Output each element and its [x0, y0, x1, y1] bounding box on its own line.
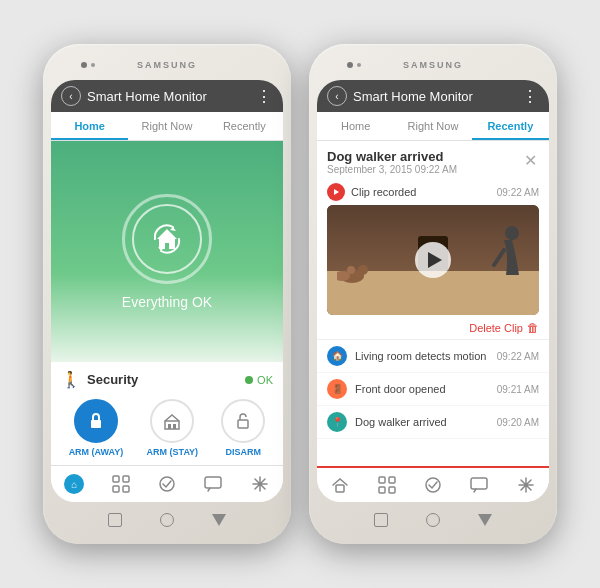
play-triangle-icon: [428, 252, 442, 268]
nav-star-1[interactable]: [237, 470, 283, 498]
status-inner-circle: [132, 204, 202, 274]
grid-nav-2-icon: [378, 476, 396, 494]
svg-rect-8: [123, 476, 129, 482]
event-header: Dog walker arrived September 3, 2015 09:…: [317, 141, 549, 179]
svg-rect-25: [471, 478, 487, 489]
svg-point-11: [160, 477, 174, 491]
star-nav-2-icon: [517, 476, 535, 494]
svg-marker-0: [170, 227, 176, 231]
phone-2-brand: SAMSUNG: [403, 60, 463, 70]
svg-rect-2: [91, 420, 101, 428]
nav-grid-2[interactable]: [363, 472, 409, 498]
ok-label: OK: [257, 374, 273, 386]
phone-2: SAMSUNG ‹ Smart Home Monitor ⋮ Home Righ…: [309, 44, 557, 544]
clip-label: Clip recorded: [351, 186, 491, 198]
back-hw-2-icon: [374, 513, 388, 527]
status-circle: [122, 194, 212, 284]
nav-chat-2[interactable]: [456, 472, 502, 498]
phone-1-bottom-nav: ⌂: [51, 465, 283, 502]
nav-check-2[interactable]: [410, 472, 456, 498]
event-item-2: 📍 Dog walker arrived 09:20 AM: [317, 406, 549, 439]
security-walk-icon: 🚶: [61, 370, 81, 389]
phone-2-more-button[interactable]: ⋮: [522, 87, 539, 106]
disarm-icon-wrap: [221, 399, 265, 443]
event-text-1: Front door opened: [355, 383, 489, 395]
phone-2-back-button[interactable]: ‹: [327, 86, 347, 106]
phone-1-top-bar: SAMSUNG: [51, 54, 283, 76]
clip-time: 09:22 AM: [497, 187, 539, 198]
security-section: 🚶 Security OK: [51, 362, 283, 465]
phone-1-brand: SAMSUNG: [137, 60, 197, 70]
svg-point-16: [358, 265, 368, 275]
nav-check-1[interactable]: [144, 470, 190, 498]
phone-1-screen: ‹ Smart Home Monitor ⋮ Home Right Now Re…: [51, 80, 283, 502]
home-hw-icon: [160, 513, 174, 527]
arm-stay-icon-wrap: [150, 399, 194, 443]
svg-rect-9: [113, 486, 119, 492]
svg-rect-4: [168, 424, 171, 429]
dogs-silhouette: [337, 260, 372, 285]
svg-rect-6: [238, 420, 248, 428]
tab-rightnow-2[interactable]: Right Now: [394, 112, 471, 140]
chat-nav-icon: [204, 475, 222, 493]
security-buttons: ARM (AWAY) ARM (STAY): [61, 399, 273, 457]
tab-rightnow-1[interactable]: Right Now: [128, 112, 205, 140]
phone-2-home-hw[interactable]: [419, 506, 447, 534]
nav-home-1[interactable]: ⌂: [51, 470, 97, 498]
tab-home-2[interactable]: Home: [317, 112, 394, 140]
phone-2-back-hw[interactable]: [367, 506, 395, 534]
nav-chat-1[interactable]: [190, 470, 236, 498]
nav-home-2[interactable]: [317, 472, 363, 498]
svg-rect-12: [205, 477, 221, 488]
arm-away-button[interactable]: ARM (AWAY): [69, 399, 124, 457]
building-icon: [162, 411, 182, 431]
delete-row: Delete Clip 🗑: [317, 319, 549, 339]
ok-badge: OK: [245, 374, 273, 386]
event-list: 🏠 Living room detects motion 09:22 AM 🚪 …: [317, 339, 549, 439]
event-close-button[interactable]: ✕: [522, 149, 539, 172]
tab-recently-1[interactable]: Recently: [206, 112, 283, 140]
phone-1-home-hw[interactable]: [153, 506, 181, 534]
back-hw-icon: [108, 513, 122, 527]
phone-2-screen: ‹ Smart Home Monitor ⋮ Home Right Now Re…: [317, 80, 549, 502]
phone-2-bottom-bar: [317, 506, 549, 534]
event-text-0: Living room detects motion: [355, 350, 489, 362]
grid-nav-icon: [112, 475, 130, 493]
arm-stay-button[interactable]: ARM (STAY): [147, 399, 199, 457]
video-thumbnail[interactable]: [327, 205, 539, 315]
disarm-label: DISARM: [226, 447, 262, 457]
check-nav-icon: [158, 475, 176, 493]
phone-1-bottom-bar: [51, 506, 283, 534]
delete-clip-button[interactable]: Delete Clip: [469, 322, 523, 334]
star-nav-icon: [251, 475, 269, 493]
phone-1-back-button[interactable]: ‹: [61, 86, 81, 106]
tab-home-1[interactable]: Home: [51, 112, 128, 140]
svg-point-14: [505, 226, 519, 240]
event-item-0: 🏠 Living room detects motion 09:22 AM: [317, 340, 549, 373]
phone-2-recent-hw[interactable]: [471, 506, 499, 534]
home-status-area: Everything OK: [51, 141, 283, 362]
phone-2-bottom-nav: [317, 466, 549, 502]
home-nav-2-icon: [331, 476, 349, 494]
ok-dot: [245, 376, 253, 384]
home-status-icon: [149, 221, 185, 257]
tab-recently-2[interactable]: Recently: [472, 112, 549, 140]
svg-rect-20: [379, 477, 385, 483]
svg-rect-21: [389, 477, 395, 483]
disarm-button[interactable]: DISARM: [221, 399, 265, 457]
trash-icon[interactable]: 🗑: [527, 321, 539, 335]
nav-grid-1[interactable]: [97, 470, 143, 498]
chat-nav-2-icon: [470, 476, 488, 494]
phone-1-back-hw[interactable]: [101, 506, 129, 534]
event-time-1: 09:21 AM: [497, 384, 539, 395]
nav-star-2[interactable]: [503, 472, 549, 498]
phone-1-more-button[interactable]: ⋮: [256, 87, 273, 106]
phone-1-recent-hw[interactable]: [205, 506, 233, 534]
phone-1-app-title: Smart Home Monitor: [87, 89, 250, 104]
event-time-0: 09:22 AM: [497, 351, 539, 362]
play-button[interactable]: [415, 242, 451, 278]
phone-1-speaker: [91, 63, 95, 67]
arm-away-icon-wrap: [74, 399, 118, 443]
svg-point-18: [347, 266, 355, 274]
lock-icon: [86, 411, 106, 431]
